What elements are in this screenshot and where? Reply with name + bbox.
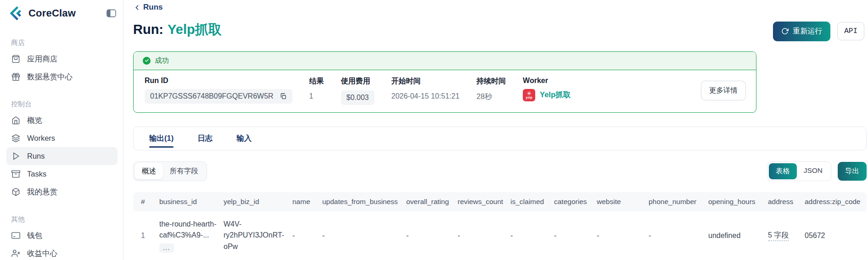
- field-start-time: 开始时间 2026-04-15 10:51:21: [392, 77, 460, 100]
- sidebar: CoreClaw 商店 应用商店 数据悬赏中心 控制台: [0, 0, 123, 260]
- col-header-reviews-count: reviews_count: [458, 192, 510, 211]
- cell-overall-rating: -: [406, 211, 458, 260]
- format-toggle: 表格 JSON: [767, 161, 831, 181]
- cost-pill: $0.003: [341, 90, 375, 105]
- refresh-icon: [781, 28, 789, 35]
- results-table: # business_id yelp_biz_id name updates_f…: [133, 192, 867, 260]
- package-icon: [11, 188, 20, 197]
- start-time-label: 开始时间: [392, 77, 460, 86]
- table-header-row: # business_id yelp_biz_id name updates_f…: [133, 192, 867, 211]
- col-header-name: name: [292, 192, 322, 211]
- worker-link[interactable]: ✳yelp Yelp抓取: [523, 89, 571, 101]
- run-status-card: 成功 Run ID 01KP7GSSS6748B09FGQEVR6W5R 结果 …: [133, 51, 756, 113]
- yelp-biz-id-value: W4V-ry2hPUYI3JOnRT-oPw: [224, 219, 287, 253]
- sidebar-item-data-bounty[interactable]: 数据悬赏中心: [6, 68, 118, 86]
- status-banner: 成功: [134, 52, 756, 70]
- sidebar-collapse-icon[interactable]: [106, 8, 117, 18]
- breadcrumb-back-runs[interactable]: Runs: [133, 3, 163, 12]
- play-icon: [11, 152, 20, 161]
- col-header-updates-from-business: updates_from_business: [322, 192, 406, 211]
- col-header-yelp-biz-id: yelp_biz_id: [224, 192, 292, 211]
- app: CoreClaw 商店 应用商店 数据悬赏中心 控制台: [0, 0, 868, 260]
- title-row: Run:Yelp抓取 重新运行 API: [133, 21, 867, 41]
- col-header-categories: categories: [554, 192, 597, 211]
- run-tabs: 输出(1) 日志 输入: [133, 127, 867, 150]
- col-header-address: address: [768, 192, 805, 211]
- status-details: Run ID 01KP7GSSS6748B09FGQEVR6W5R 结果 1 使…: [134, 70, 756, 112]
- sidebar-item-label: 我的悬赏: [27, 187, 57, 197]
- cell-index: 1: [133, 211, 159, 260]
- cell-business-id: the-round-hearth-caf%C3%A9-... ...: [159, 211, 224, 260]
- field-duration: 持续时间 28秒: [476, 77, 506, 102]
- cell-is-claimed: -: [510, 211, 554, 260]
- field-view-toggle: 概述 所有字段: [133, 161, 207, 181]
- api-button[interactable]: API: [837, 22, 864, 40]
- cost-value: $0.003: [347, 94, 369, 102]
- tab-input[interactable]: 输入: [236, 127, 252, 150]
- col-header-address-zip-code: address:zip_code: [805, 192, 867, 211]
- sidebar-item-earnings-center[interactable]: 收益中心: [6, 244, 118, 260]
- toggle-all-fields[interactable]: 所有字段: [163, 163, 205, 179]
- cell-address-zip-code: 05672: [805, 211, 867, 260]
- business-id-value: the-round-hearth-caf%C3%A9-...: [159, 219, 218, 242]
- col-header-index: #: [133, 192, 159, 211]
- start-time-value: 2026-04-15 10:51:21: [392, 90, 460, 100]
- address-fields-expander[interactable]: 5 字段: [768, 231, 789, 241]
- sidebar-item-overview[interactable]: 概览: [6, 111, 118, 129]
- sidebar-item-label: 钱包: [27, 231, 42, 241]
- duration-label: 持续时间: [476, 77, 506, 86]
- layers-icon: [11, 134, 20, 143]
- user-plus-icon: [11, 249, 20, 258]
- sidebar-item-workers[interactable]: Workers: [6, 129, 118, 147]
- rerun-button-label: 重新运行: [793, 27, 822, 36]
- cell-address: 5 字段: [768, 211, 805, 260]
- tab-logs[interactable]: 日志: [197, 127, 213, 150]
- expand-cell-button[interactable]: ...: [159, 243, 174, 253]
- sidebar-item-label: 收益中心: [27, 249, 57, 259]
- main-content: Runs Run:Yelp抓取 重新运行 API 成功: [123, 0, 868, 260]
- header-actions: 重新运行 API: [773, 22, 864, 41]
- gift-icon: [11, 72, 20, 82]
- table-row: 1 the-round-hearth-caf%C3%A9-... ... W4V…: [133, 211, 867, 260]
- sidebar-item-wallet[interactable]: 钱包: [6, 227, 118, 244]
- rerun-button[interactable]: 重新运行: [773, 22, 830, 41]
- cell-yelp-biz-id: W4V-ry2hPUYI3JOnRT-oPw: [224, 211, 292, 260]
- cell-name: -: [292, 211, 322, 260]
- sidebar-section-console: 控制台: [11, 100, 118, 109]
- sidebar-item-app-store[interactable]: 应用商店: [6, 50, 118, 68]
- results-value: 1: [309, 90, 324, 100]
- page-title-run-name: Yelp抓取: [168, 22, 222, 37]
- run-id-value: 01KP7GSSS6748B09FGQEVR6W5R: [150, 92, 274, 100]
- toggle-table[interactable]: 表格: [769, 163, 797, 179]
- coreclaw-logo-icon: [8, 6, 24, 21]
- cost-label: 使用费用: [341, 77, 375, 86]
- status-badge: 成功: [155, 56, 169, 66]
- col-header-overall-rating: overall_rating: [406, 192, 458, 211]
- cell-website: -: [597, 211, 649, 260]
- more-details-button[interactable]: 更多详情: [701, 81, 746, 100]
- run-id-pill: 01KP7GSSS6748B09FGQEVR6W5R: [145, 89, 292, 104]
- sidebar-item-tasks[interactable]: Tasks: [6, 165, 118, 183]
- field-cost: 使用费用 $0.003: [341, 77, 375, 105]
- sidebar-section-other: 其他: [11, 215, 118, 224]
- col-header-is-claimed: is_claimed: [510, 192, 554, 211]
- toggle-overview[interactable]: 概述: [135, 163, 163, 179]
- col-header-business-id: business_id: [159, 192, 224, 211]
- cell-opening-hours: undefined: [708, 211, 768, 260]
- check-circle-icon: [143, 57, 151, 65]
- cell-reviews-count: -: [458, 211, 510, 260]
- sidebar-item-runs[interactable]: Runs: [6, 147, 118, 165]
- shopping-bag-icon: [11, 55, 20, 64]
- run-id-label: Run ID: [145, 77, 292, 85]
- field-run-id: Run ID 01KP7GSSS6748B09FGQEVR6W5R: [145, 77, 292, 104]
- sidebar-item-my-bounties[interactable]: 我的悬赏: [6, 183, 118, 201]
- col-header-opening-hours: opening_hours: [708, 192, 768, 211]
- copy-icon[interactable]: [280, 93, 287, 100]
- brand-row: CoreClaw: [6, 5, 118, 21]
- yelp-icon: ✳yelp: [523, 89, 535, 101]
- toggle-json[interactable]: JSON: [797, 163, 829, 179]
- sidebar-section-store: 商店: [11, 39, 118, 47]
- export-button[interactable]: 导出: [838, 162, 867, 181]
- tab-output[interactable]: 输出(1): [149, 127, 174, 150]
- sidebar-item-label: Tasks: [27, 170, 46, 178]
